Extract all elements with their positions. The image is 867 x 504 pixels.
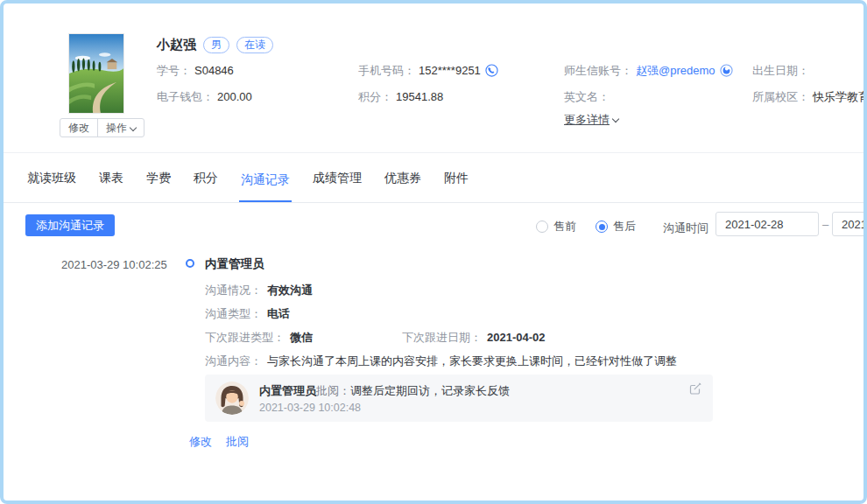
radio-selected-icon [596,220,608,233]
sale-phase-radio-group: 售前 售后 [536,219,636,234]
campus-label: 所属校区： [752,90,809,103]
field-wallet: 电子钱包：200.00 [157,89,252,105]
campus-value: 快乐学教育 [813,90,867,103]
next-date-label: 下次跟进日期： [402,331,482,344]
review-comment-line: 内置管理员批阅：调整后定期回访，记录家长反馈 [259,383,510,399]
review-text: 调整后定期回访，记录家长反馈 [350,384,510,397]
tab-coupons[interactable]: 优惠券 [383,171,423,202]
student-no-label: 学号： [157,64,191,77]
timeline-dot-icon [186,259,194,268]
record-author: 内置管理员 [205,256,264,272]
radio-aftersale-label: 售后 [613,219,636,234]
action-dropdown-button[interactable]: 操作 [97,119,144,136]
student-profile-page: 修改 操作 小赵强 男 在读 学号：S04846 手机号码：152****925… [0,0,867,504]
english-name-label: 英文名： [564,90,610,103]
record-edit-link[interactable]: 修改 [189,434,212,450]
field-points: 积分：19541.88 [358,89,443,105]
content-value: 与家长沟通了本周上课的内容安排，家长要求更换上课时间，已经针对性做了调整 [267,354,677,368]
edit-square-icon[interactable] [688,382,702,396]
type-value: 电话 [267,307,290,320]
review-comment-box: 内置管理员批阅：调整后定期回访，记录家长反馈 2021-03-29 10:02:… [205,374,713,422]
action-button-label: 操作 [106,121,127,136]
field-phone: 手机号码：152****9251 [358,63,498,80]
situation-label: 沟通情况： [205,284,262,297]
record-timestamp: 2021-03-29 10:02:25 [61,258,167,271]
tab-timetable[interactable]: 课表 [97,171,125,202]
radio-presale-label: 售前 [553,219,576,234]
situation-value: 有效沟通 [267,284,313,297]
radio-aftersale[interactable]: 售后 [596,219,636,234]
modify-button-label: 修改 [68,121,89,136]
account-value[interactable]: 赵强@predemo [636,64,715,77]
add-communication-record-button[interactable]: 添加沟通记录 [25,214,115,236]
date-from-input[interactable] [715,212,819,236]
wallet-value: 200.00 [217,90,252,103]
next-date-value: 2021-04-02 [487,331,546,344]
phone-circle-icon[interactable] [485,64,498,80]
tab-classes[interactable]: 就读班级 [25,171,78,202]
gender-badge: 男 [203,37,229,53]
tab-tuition[interactable]: 学费 [144,171,173,202]
next-followup-type-row: 下次跟进类型：微信 [205,330,313,346]
field-english-name: 英文名： [564,89,613,105]
radio-unselected-icon [536,220,548,233]
record-situation-row: 沟通情况：有效沟通 [205,283,313,298]
field-account: 师生信账号：赵强@predemo [564,63,733,80]
admin-avatar-image [215,382,249,415]
landscape-photo-image [69,34,123,113]
teacher-student-app-icon[interactable] [720,64,733,80]
type-label: 沟通类型： [205,307,262,320]
phone-label: 手机号码： [358,64,415,77]
account-label: 师生信账号： [564,64,632,77]
more-details-label: 更多详情 [564,113,610,126]
review-author: 内置管理员 [259,384,316,397]
next-type-label: 下次跟进类型： [205,331,285,344]
student-photo [68,33,124,114]
modify-button[interactable]: 修改 [60,119,97,136]
content-label: 沟通内容： [205,354,262,368]
next-followup-date-row: 下次跟进日期：2021-04-02 [402,330,546,346]
review-timestamp: 2021-03-29 10:02:48 [259,402,361,414]
tab-grades[interactable]: 成绩管理 [311,171,363,202]
review-action-label: 批阅： [316,384,350,397]
tab-attachments[interactable]: 附件 [442,171,470,202]
student-no-value: S04846 [194,64,234,77]
wallet-label: 电子钱包： [157,90,214,103]
status-badge: 在读 [236,37,273,53]
field-campus: 所属校区：快乐学教育 [752,89,867,105]
birth-label: 出生日期： [752,64,809,77]
record-action-links: 修改 批阅 [189,434,249,450]
communication-time-label: 沟通时间 [663,220,708,236]
record-type-row: 沟通类型：电话 [205,306,290,322]
more-details-link[interactable]: 更多详情 [564,112,618,128]
student-name: 小赵强 [157,37,196,53]
student-name-row: 小赵强 男 在读 [157,37,273,53]
avatar [215,382,249,415]
photo-action-group: 修改 操作 [60,118,144,137]
record-content-row: 沟通内容：与家长沟通了本周上课的内容安排，家长要求更换上课时间，已经针对性做了调… [205,354,677,369]
tab-bar: 就读班级 课表 学费 积分 沟通记录 成绩管理 优惠券 附件 [4,153,863,203]
phone-value: 152****9251 [419,64,481,77]
record-review-link[interactable]: 批阅 [226,434,249,450]
points-label: 积分： [358,90,392,103]
next-type-value: 微信 [290,331,313,344]
tab-communication-records[interactable]: 沟通记录 [239,172,292,202]
date-range-separator: – [822,218,828,231]
chevron-down-icon [612,116,619,122]
date-to-input[interactable] [832,212,867,236]
chevron-down-icon [130,124,137,131]
field-birth: 出生日期： [752,63,813,79]
field-student-no: 学号：S04846 [157,63,234,79]
tab-points[interactable]: 积分 [192,171,220,202]
points-value: 19541.88 [396,90,443,103]
radio-presale[interactable]: 售前 [536,219,576,234]
